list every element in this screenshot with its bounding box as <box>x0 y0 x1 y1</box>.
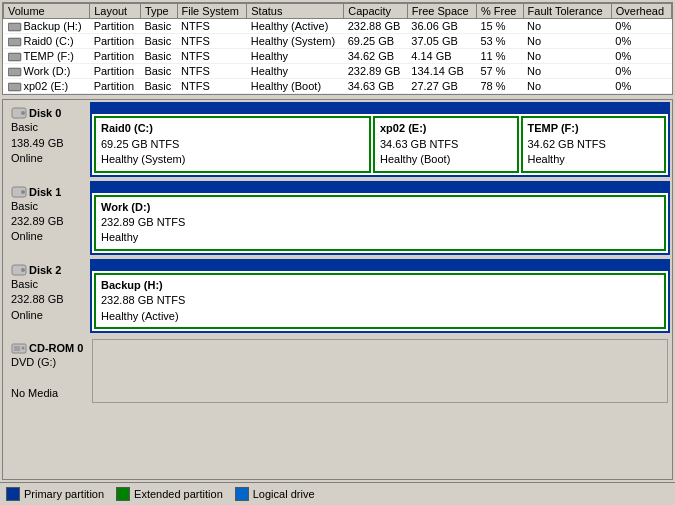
cell-data: Partition <box>90 19 141 34</box>
partition-d-name: Work (D:) <box>101 200 659 215</box>
table-row[interactable]: xp02 (E:)PartitionBasicNTFSHealthy (Boot… <box>4 79 672 94</box>
volume-icon <box>8 67 22 77</box>
col-fault[interactable]: Fault Tolerance <box>523 4 611 19</box>
partition-h-size: 232.88 GB NTFS <box>101 293 659 308</box>
cell-data: Healthy <box>247 49 344 64</box>
disk-0-info: Basic138.49 GBOnline <box>11 120 84 166</box>
cell-data: Basic <box>140 34 177 49</box>
partition-f[interactable]: TEMP (F:) 34.62 GB NTFS Healthy <box>521 116 667 172</box>
disk-2-name: Disk 2 <box>11 263 84 277</box>
cell-data: 69.25 GB <box>344 34 408 49</box>
cell-data: Basic <box>140 49 177 64</box>
disk-2-label: Disk 2 Basic232.88 GBOnline <box>5 259 90 333</box>
cell-data: 57 % <box>476 64 523 79</box>
partition-e[interactable]: xp02 (E:) 34.63 GB NTFS Healthy (Boot) <box>373 116 519 172</box>
cell-data: Partition <box>90 49 141 64</box>
partition-c[interactable]: Raid0 (C:) 69.25 GB NTFS Healthy (System… <box>94 116 371 172</box>
col-capacity[interactable]: Capacity <box>344 4 408 19</box>
cell-data: 27.27 GB <box>407 79 476 94</box>
col-volume[interactable]: Volume <box>4 4 90 19</box>
disk-1-label: Disk 1 Basic232.89 GBOnline <box>5 181 90 255</box>
cell-data: 37.05 GB <box>407 34 476 49</box>
legend-logical-label: Logical drive <box>253 488 315 500</box>
partition-h-status: Healthy (Active) <box>101 309 659 324</box>
cell-data: No <box>523 49 611 64</box>
col-type[interactable]: Type <box>140 4 177 19</box>
cdrom-label: CD-ROM 0 DVD (G:)No Media <box>5 337 90 405</box>
disk-2-partitions: Backup (H:) 232.88 GB NTFS Healthy (Acti… <box>92 271 668 331</box>
legend-extended-label: Extended partition <box>134 488 223 500</box>
partition-f-status: Healthy <box>528 152 660 167</box>
table-row[interactable]: Raid0 (C:)PartitionBasicNTFSHealthy (Sys… <box>4 34 672 49</box>
cell-volume: Raid0 (C:) <box>4 34 90 49</box>
col-filesystem[interactable]: File System <box>177 4 247 19</box>
cell-data: Partition <box>90 64 141 79</box>
partition-d-status: Healthy <box>101 230 659 245</box>
cell-data: 0% <box>611 79 671 94</box>
col-status[interactable]: Status <box>247 4 344 19</box>
partition-d-size: 232.89 GB NTFS <box>101 215 659 230</box>
svg-rect-1 <box>9 24 20 30</box>
col-pctfree[interactable]: % Free <box>476 4 523 19</box>
cell-data: 232.88 GB <box>344 19 408 34</box>
disk-row-0: Disk 0 Basic138.49 GBOnline Raid0 (C:) 6… <box>5 102 670 176</box>
disk-icon-1 <box>11 185 27 199</box>
table-row[interactable]: Backup (H:)PartitionBasicNTFSHealthy (Ac… <box>4 19 672 34</box>
svg-point-11 <box>21 111 25 115</box>
disk-icon-0 <box>11 106 27 120</box>
partition-f-name: TEMP (F:) <box>528 121 660 136</box>
svg-rect-3 <box>9 39 20 45</box>
svg-rect-7 <box>9 69 20 75</box>
disk-1-info: Basic232.89 GBOnline <box>11 199 84 245</box>
disk-1-name: Disk 1 <box>11 185 84 199</box>
volume-table: Volume Layout Type File System Status Ca… <box>3 3 672 94</box>
svg-point-15 <box>21 268 25 272</box>
disk-1-partitions: Work (D:) 232.89 GB NTFS Healthy <box>92 193 668 253</box>
legend-primary-box <box>6 487 20 501</box>
cell-data: Healthy (Boot) <box>247 79 344 94</box>
cell-data: Healthy <box>247 64 344 79</box>
partition-f-size: 34.62 GB NTFS <box>528 137 660 152</box>
cell-data: 78 % <box>476 79 523 94</box>
disk-graphical-section: Disk 0 Basic138.49 GBOnline Raid0 (C:) 6… <box>2 99 673 480</box>
cell-data: Basic <box>140 79 177 94</box>
main-container: Volume Layout Type File System Status Ca… <box>0 0 675 505</box>
partition-c-status: Healthy (System) <box>101 152 364 167</box>
cell-data: 53 % <box>476 34 523 49</box>
cell-data: 0% <box>611 34 671 49</box>
cdrom-info: DVD (G:)No Media <box>11 355 84 401</box>
volume-icon <box>8 52 22 62</box>
cell-data: 15 % <box>476 19 523 34</box>
volume-table-section: Volume Layout Type File System Status Ca… <box>2 2 673 95</box>
cell-data: 34.63 GB <box>344 79 408 94</box>
legend-logical: Logical drive <box>235 487 315 501</box>
legend-extended: Extended partition <box>116 487 223 501</box>
cell-data: NTFS <box>177 64 247 79</box>
cdrom-name: CD-ROM 0 <box>11 341 84 355</box>
cell-volume: Work (D:) <box>4 64 90 79</box>
legend-extended-box <box>116 487 130 501</box>
col-layout[interactable]: Layout <box>90 4 141 19</box>
col-overhead[interactable]: Overhead <box>611 4 671 19</box>
disk-icon-2 <box>11 263 27 277</box>
disk-row-1: Disk 1 Basic232.89 GBOnline Work (D:) 23… <box>5 181 670 255</box>
svg-point-13 <box>21 190 25 194</box>
cell-data: Partition <box>90 34 141 49</box>
table-row[interactable]: Work (D:)PartitionBasicNTFSHealthy232.89… <box>4 64 672 79</box>
disk-0-name: Disk 0 <box>11 106 84 120</box>
disk-0-bar <box>92 104 668 114</box>
cell-data: No <box>523 79 611 94</box>
cell-volume: TEMP (F:) <box>4 49 90 64</box>
table-row[interactable]: TEMP (F:)PartitionBasicNTFSHealthy34.62 … <box>4 49 672 64</box>
partition-e-status: Healthy (Boot) <box>380 152 512 167</box>
cell-data: 0% <box>611 64 671 79</box>
cell-data: Partition <box>90 79 141 94</box>
col-freespace[interactable]: Free Space <box>407 4 476 19</box>
partition-h[interactable]: Backup (H:) 232.88 GB NTFS Healthy (Acti… <box>94 273 666 329</box>
cell-data: No <box>523 19 611 34</box>
partition-e-name: xp02 (E:) <box>380 121 512 136</box>
volume-icon <box>8 22 22 32</box>
cell-volume: xp02 (E:) <box>4 79 90 94</box>
partition-d[interactable]: Work (D:) 232.89 GB NTFS Healthy <box>94 195 666 251</box>
disk-0-partitions: Raid0 (C:) 69.25 GB NTFS Healthy (System… <box>92 114 668 174</box>
